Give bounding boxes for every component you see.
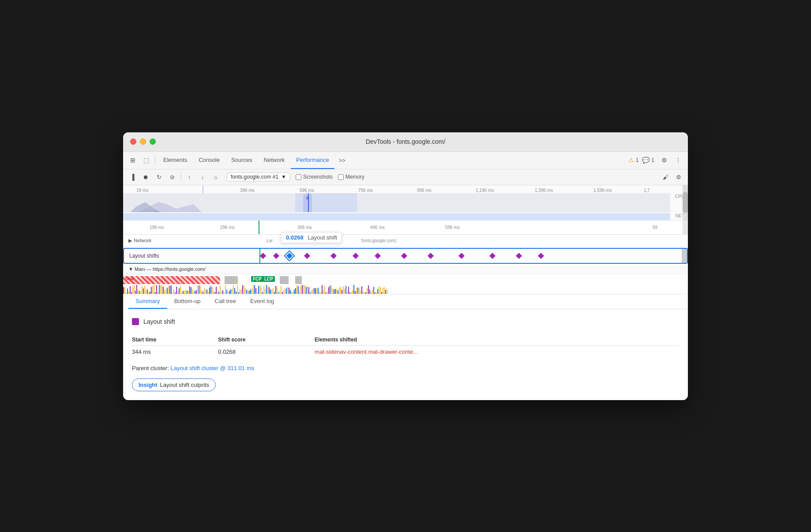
svg-rect-0 <box>123 193 670 212</box>
diamond-7[interactable] <box>428 252 434 259</box>
detail-scrollbar[interactable] <box>683 221 688 234</box>
memory-checkbox[interactable]: Memory <box>338 174 364 180</box>
minimize-button[interactable] <box>140 139 146 145</box>
parent-cluster-row: Parent cluster: Layout shift cluster @ 3… <box>132 365 679 371</box>
tab-call-tree[interactable]: Call tree <box>208 294 243 309</box>
maximize-button[interactable] <box>150 139 156 145</box>
time-marker-7: 1,596 ms <box>593 188 612 193</box>
diamond-1[interactable] <box>273 252 279 259</box>
task-bar-gray-1 <box>225 276 238 284</box>
brush-icon[interactable]: 🖌 <box>660 171 671 183</box>
lar-label: Lar <box>267 238 273 243</box>
diamond-6[interactable] <box>401 252 407 259</box>
network-track-row: ▶ Network Lar Fan fonts.google.com) <box>123 235 688 247</box>
diamond-selected[interactable] <box>285 251 294 260</box>
summary-table: Start time Shift score Elements shifted … <box>132 334 679 358</box>
sep1 <box>180 173 181 181</box>
close-button[interactable] <box>130 139 136 145</box>
titlebar: DevTools - fonts.google.com/ <box>123 132 688 152</box>
home-icon[interactable]: ⌂ <box>210 171 222 183</box>
network-track-label[interactable]: ▶ Network <box>123 238 167 244</box>
gear-icon[interactable]: ⚙ <box>673 171 684 183</box>
tab-bottom-up[interactable]: Bottom-up <box>167 294 208 309</box>
settings-icon[interactable]: ⚙ <box>658 154 670 166</box>
network-label-text: Network <box>134 238 151 243</box>
time-marker-8: 1,7 <box>644 188 650 193</box>
layout-shifts-track[interactable]: Layout shifts <box>123 248 688 264</box>
task-label: Task <box>125 277 134 281</box>
download-icon[interactable]: ↓ <box>197 171 208 183</box>
diamond-9[interactable] <box>489 252 496 259</box>
tab-summary[interactable]: Summary <box>128 294 167 309</box>
cpu-chart: ⏸ <box>123 193 670 212</box>
info-badge[interactable]: 💬 1 <box>642 157 654 164</box>
main-track-header[interactable]: ▼ Main — https://fonts.google.com/ <box>123 265 688 274</box>
memory-checkbox-input[interactable] <box>338 174 344 180</box>
window-title: DevTools - fonts.google.com/ <box>366 138 446 145</box>
detail-marker-2: 396 ms <box>297 225 312 230</box>
clear-icon[interactable]: ⊘ <box>166 171 178 183</box>
task-bar-red: Task <box>123 276 220 284</box>
warning-badge[interactable]: ⚠ 1 <box>628 157 639 164</box>
perf-toolbar: ▐ ⏺ ↻ ⊘ ↑ ↓ ⌂ fonts.google.com #1 ▼ Scre… <box>123 169 688 185</box>
tab-performance[interactable]: Performance <box>291 151 334 169</box>
elements-shifted-link[interactable]: mat-sidenav-content.mat-drawer-conte... <box>315 348 418 355</box>
dock-icon[interactable]: ⊞ <box>127 154 139 166</box>
detail-time-markers-row: 196 ms 296 ms 396 ms 496 ms 596 ms 69 <box>123 221 688 235</box>
sidebar-toggle-icon[interactable]: ▐ <box>127 171 138 183</box>
diamond-8[interactable] <box>458 252 465 259</box>
shifts-scrollbar[interactable] <box>682 249 687 263</box>
upload-icon[interactable]: ↑ <box>184 171 195 183</box>
tab-console[interactable]: Console <box>193 151 225 169</box>
timeline-area: 19 ms 396 ms 596 ms 796 ms 996 ms 1,196 … <box>123 185 688 294</box>
tab-elements[interactable]: Elements <box>158 151 192 169</box>
record-icon[interactable]: ⏺ <box>140 171 151 183</box>
layout-shifts-content: 0.0268 Layout shift <box>168 249 687 263</box>
traffic-lights <box>130 139 156 145</box>
screenshots-checkbox[interactable]: Screenshots <box>296 174 333 180</box>
overview-scrollbar[interactable] <box>683 185 688 220</box>
diamond-11[interactable] <box>538 252 544 259</box>
url-label: fonts.google.com #1 <box>231 174 278 180</box>
green-marker-line <box>259 221 259 234</box>
layout-shift-section-title: Layout shift <box>143 318 175 325</box>
parent-cluster-link[interactable]: Layout shift cluster @ 311.01 ms <box>170 365 254 371</box>
time-marker-0: 19 ms <box>136 188 148 193</box>
layout-shift-header: Layout shift <box>132 318 679 325</box>
time-marker-3: 796 ms <box>358 188 373 193</box>
network-expand-icon: ▶ <box>128 238 132 244</box>
lcp-badge: LCP <box>263 276 275 282</box>
inspect-icon[interactable]: ⬚ <box>140 154 152 166</box>
insight-button[interactable]: Insight Layout shift culprits <box>132 378 216 391</box>
diamond-3[interactable] <box>330 252 337 259</box>
url-dropdown-icon: ▼ <box>281 174 286 180</box>
warning-count: 1 <box>636 157 639 163</box>
overview-scrollbar-thumb[interactable] <box>683 192 688 213</box>
detail-marker-3: 496 ms <box>370 225 385 230</box>
diamond-5[interactable] <box>375 252 381 259</box>
layout-shift-tooltip: 0.0268 Layout shift <box>281 232 342 243</box>
nav-right-controls: ⚠ 1 💬 1 ⚙ ⋮ <box>628 154 684 166</box>
url-selector[interactable]: fonts.google.com #1 ▼ <box>227 172 290 181</box>
table-row: 344 ms 0.0268 mat-sidenav-content.mat-dr… <box>132 345 679 358</box>
diamond-10[interactable] <box>516 252 522 259</box>
memory-label: Memory <box>345 174 364 180</box>
more-tabs-button[interactable]: >> <box>335 157 349 164</box>
tab-sources[interactable]: Sources <box>226 151 258 169</box>
diamond-0[interactable] <box>260 252 266 259</box>
screenshots-checkbox-input[interactable] <box>296 174 301 180</box>
insight-label: Insight <box>139 382 158 388</box>
main-track-content: Task FCP LCP // Generate mini bars dynam… <box>123 274 688 294</box>
more-options-icon[interactable]: ⋮ <box>672 154 684 166</box>
nav-bar: ⊞ ⬚ Elements Console Sources Network Per… <box>123 152 688 169</box>
overview-section[interactable]: 19 ms 396 ms 596 ms 796 ms 996 ms 1,196 … <box>123 185 688 221</box>
tab-event-log[interactable]: Event log <box>243 294 281 309</box>
warning-icon: ⚠ <box>628 157 634 164</box>
diamond-2[interactable] <box>304 252 310 259</box>
layout-shifts-label: Layout shifts <box>124 253 168 259</box>
time-marker-2: 596 ms <box>300 188 314 193</box>
diamond-4[interactable] <box>353 252 359 259</box>
tab-network[interactable]: Network <box>259 151 290 169</box>
summary-panel: Layout shift Start time Shift score Elem… <box>123 309 688 400</box>
refresh-record-icon[interactable]: ↻ <box>153 171 165 183</box>
